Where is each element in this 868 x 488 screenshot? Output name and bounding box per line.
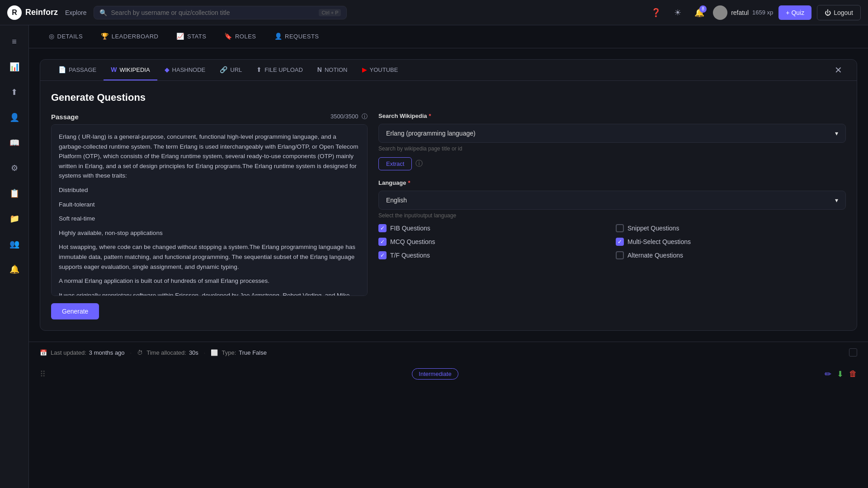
notifications-button[interactable]: 🔔 8 [691, 5, 708, 21]
topnav-right-section: ❓ ☀ 🔔 8 refatul 1659 xp + Quiz ⏻ Logout [648, 5, 861, 21]
explore-link[interactable]: Explore [65, 9, 86, 16]
source-tab-url[interactable]: 🔗 URL [212, 60, 249, 80]
drag-handle-icon[interactable]: ⠿ [40, 369, 46, 379]
source-tab-notion[interactable]: N NOTION [310, 60, 355, 80]
sidebar-dashboard-icon[interactable]: 📊 [5, 58, 24, 76]
sidebar-team-icon[interactable]: 👥 [5, 235, 24, 253]
delete-icon[interactable]: 🗑 [849, 369, 857, 379]
requests-icon: 👤 [274, 33, 283, 40]
source-tab-hashnode[interactable]: ◆ HASHNODE [157, 60, 213, 80]
checkbox-mcq[interactable]: ✓ MCQ Questions [378, 238, 609, 246]
source-tab-youtube[interactable]: ▶ YOUTUBE [355, 60, 406, 80]
tab-roles[interactable]: 🔖 ROLES [215, 25, 265, 48]
wikipedia-section: Search Wikipedia * Erlang (programming l… [378, 113, 846, 319]
wikipedia-search-value: Erlang (programming language) [386, 130, 476, 137]
source-tabs: 📄 PASSAGE W WIKIPEDIA ◆ HASHNODE 🔗 URL ⬆ [40, 60, 857, 81]
source-tab-passage[interactable]: 📄 PASSAGE [51, 60, 104, 80]
last-updated-item: Last updated: 3 months ago [51, 349, 125, 356]
type-value: True False [239, 349, 267, 356]
sidebar: ≡ 📊 ⬆ 👤 📖 ⚙ 📋 📁 👥 🔔 [0, 25, 29, 488]
file-upload-tab-label: FILE UPLOAD [264, 66, 303, 73]
fib-label: FIB Questions [390, 225, 430, 232]
edit-icon[interactable]: ✏ [825, 369, 831, 379]
alternate-checkbox[interactable] [616, 251, 624, 259]
search-icon: 🔍 [99, 9, 107, 16]
modal-title: Generate Questions [51, 92, 846, 103]
passage-label: Passage [51, 113, 79, 121]
youtube-tab-label: YOUTUBE [370, 66, 398, 73]
checkbox-alternate[interactable]: Alternate Questions [616, 251, 846, 259]
sidebar-upload-icon[interactable]: ⬆ [5, 83, 24, 101]
search-bar[interactable]: 🔍 Ctrl + P [94, 6, 347, 19]
mcq-checkbox[interactable]: ✓ [378, 238, 387, 246]
tf-label: T/F Questions [390, 252, 430, 259]
main-content: ◎ DETAILS 🏆 LEADERBOARD 📈 STATS 🔖 ROLES … [29, 25, 868, 488]
language-dropdown[interactable]: English ▾ [378, 191, 846, 210]
youtube-tab-icon: ▶ [362, 66, 367, 73]
theme-toggle[interactable]: ☀ [670, 5, 686, 21]
checkbox-multiselect[interactable]: ✓ Multi-Select Questions [616, 238, 846, 246]
modal-two-col: Passage 3500/3500 ⓘ Erlang ( UR-lang) is… [51, 113, 846, 319]
tf-checkbox[interactable]: ✓ [378, 251, 387, 259]
passage-fault-tolerant: Fault-tolerant [59, 200, 360, 210]
extract-info-icon[interactable]: ⓘ [415, 159, 423, 169]
calendar-icon: 📅 [40, 349, 47, 356]
url-tab-label: URL [230, 66, 242, 73]
wikipedia-search-dropdown[interactable]: Erlang (programming language) ▾ [378, 124, 846, 143]
sidebar-settings-icon[interactable]: ⚙ [5, 159, 24, 177]
passage-text-box[interactable]: Erlang ( UR-lang) is a general-purpose, … [51, 124, 368, 296]
time-allocated-item: Time allocated: 30s [146, 349, 198, 356]
quiz-button[interactable]: + Quiz [778, 5, 811, 20]
tab-requests[interactable]: 👤 REQUESTS [265, 25, 328, 48]
url-tab-icon: 🔗 [220, 66, 227, 73]
sidebar-list-icon[interactable]: 📋 [5, 184, 24, 202]
tab-details-label: DETAILS [57, 33, 83, 40]
xp-label: 1659 xp [752, 9, 773, 16]
sidebar-book-icon[interactable]: 📖 [5, 134, 24, 152]
sidebar-folder-icon[interactable]: 📁 [5, 210, 24, 228]
mcq-label: MCQ Questions [390, 238, 435, 245]
fib-checkbox[interactable]: ✓ [378, 224, 387, 232]
sidebar-menu-icon[interactable]: ≡ [5, 33, 24, 51]
user-info: refatul 1659 xp [713, 5, 773, 20]
leaderboard-icon: 🏆 [101, 33, 109, 40]
extract-button[interactable]: Extract [378, 157, 412, 170]
checkbox-tf[interactable]: ✓ T/F Questions [378, 251, 609, 259]
tab-stats[interactable]: 📈 STATS [167, 25, 215, 48]
source-tab-wikipedia[interactable]: W WIKIPEDIA [104, 60, 157, 80]
last-updated-label: Last updated: [51, 349, 86, 356]
username-label: refatul [731, 9, 749, 16]
logout-icon: ⏻ [825, 9, 831, 16]
sidebar-bell-icon[interactable]: 🔔 [5, 260, 24, 278]
multiselect-label: Multi-Select Questions [627, 238, 691, 245]
avatar [713, 5, 727, 20]
last-updated-value: 3 months ago [89, 349, 125, 356]
stats-icon: 📈 [176, 33, 184, 40]
help-button[interactable]: ❓ [648, 5, 664, 21]
generate-button[interactable]: Generate [51, 303, 99, 319]
language-hint: Select the input/output language [378, 212, 846, 219]
search-input[interactable] [111, 9, 315, 16]
tab-details[interactable]: ◎ DETAILS [40, 25, 92, 48]
multiselect-checkbox[interactable]: ✓ [616, 238, 624, 246]
logout-button[interactable]: ⏻ Logout [817, 5, 861, 20]
download-icon[interactable]: ⬇ [837, 369, 844, 379]
checkbox-fib[interactable]: ✓ FIB Questions [378, 224, 609, 232]
source-tab-file-upload[interactable]: ⬆ FILE UPLOAD [249, 60, 310, 80]
passage-highly-available: Highly available, non-stop applications [59, 228, 360, 238]
wikipedia-tab-label: WIKIPEDIA [119, 66, 150, 73]
close-button[interactable]: ✕ [831, 61, 846, 79]
checkbox-corner[interactable] [849, 348, 857, 357]
app-logo[interactable]: R Reinforz [7, 5, 58, 20]
sidebar-user-icon[interactable]: 👤 [5, 108, 24, 127]
tab-roles-label: ROLES [235, 33, 256, 40]
details-icon: ◎ [49, 33, 55, 40]
snippet-checkbox[interactable] [616, 224, 624, 232]
difficulty-tag[interactable]: Intermediate [412, 368, 458, 380]
language-chevron-icon: ▾ [835, 197, 838, 204]
language-label: Language * [378, 179, 846, 186]
wikipedia-tab-icon: W [111, 66, 117, 73]
tab-leaderboard[interactable]: 🏆 LEADERBOARD [92, 25, 167, 48]
passage-tab-label: PASSAGE [69, 66, 96, 73]
checkbox-snippet[interactable]: Snippet Questions [616, 224, 846, 232]
